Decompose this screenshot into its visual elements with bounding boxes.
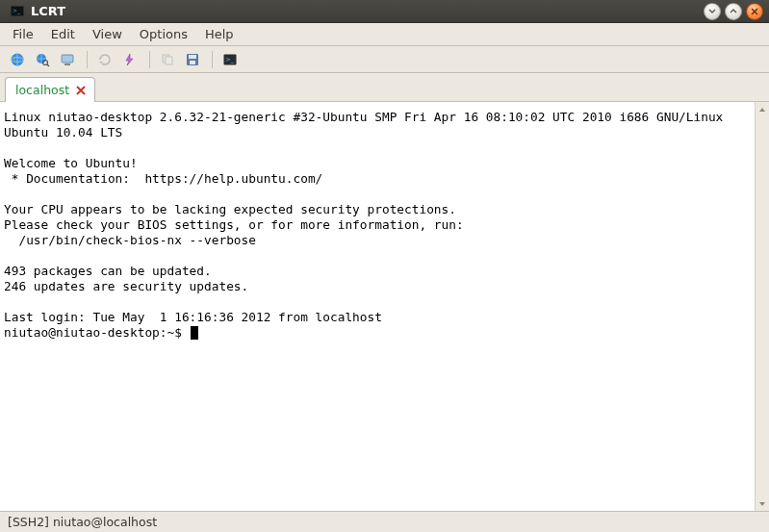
tab-bar: localhost — [0, 73, 769, 102]
scroll-track[interactable] — [756, 116, 769, 496]
svg-rect-8 — [64, 63, 70, 65]
svg-rect-7 — [62, 55, 73, 63]
copy-icon[interactable] — [156, 49, 179, 70]
close-button[interactable] — [746, 3, 763, 20]
computer-icon[interactable] — [56, 49, 79, 70]
menu-options[interactable]: Options — [131, 25, 196, 43]
toolbar-separator — [149, 51, 150, 68]
tab-label: localhost — [15, 83, 69, 97]
globe-icon[interactable] — [6, 49, 29, 70]
tab-close-icon[interactable] — [75, 85, 87, 96]
globe-search-icon[interactable] — [31, 49, 54, 70]
minimize-button[interactable] — [704, 3, 721, 20]
status-bar: [SSH2] niutao@localhost — [0, 511, 769, 532]
menu-edit[interactable]: Edit — [42, 25, 84, 43]
scroll-up-icon[interactable] — [756, 102, 769, 116]
window-title: LCRT — [31, 4, 704, 18]
terminal-icon[interactable]: >_ — [218, 49, 242, 70]
svg-rect-10 — [166, 57, 172, 64]
svg-rect-13 — [190, 61, 195, 64]
tab-localhost[interactable]: localhost — [5, 77, 95, 102]
cursor-icon — [191, 326, 198, 340]
terminal[interactable]: Linux niutao-desktop 2.6.32-21-generic #… — [0, 102, 755, 511]
reconnect-icon[interactable] — [93, 49, 116, 70]
disconnect-icon[interactable] — [118, 49, 141, 70]
title-bar: >_ LCRT — [0, 0, 769, 23]
toolbar-separator — [212, 51, 213, 68]
svg-text:>_: >_ — [13, 7, 21, 14]
maximize-button[interactable] — [725, 3, 742, 20]
menu-bar: File Edit View Options Help — [0, 23, 769, 46]
scroll-down-icon[interactable] — [756, 496, 769, 511]
menu-file[interactable]: File — [4, 25, 42, 43]
menu-view[interactable]: View — [84, 25, 131, 43]
app-icon: >_ — [10, 4, 25, 19]
terminal-output: Linux niutao-desktop 2.6.32-21-generic #… — [4, 110, 723, 324]
status-text: [SSH2] niutao@localhost — [8, 515, 157, 529]
toolbar-separator — [87, 51, 88, 68]
scrollbar[interactable] — [755, 102, 769, 511]
save-icon[interactable] — [181, 49, 204, 70]
toolbar: >_ — [0, 46, 769, 73]
svg-text:>_: >_ — [225, 56, 235, 63]
terminal-prompt: niutao@niutao-desktop:~$ — [4, 325, 190, 340]
svg-rect-12 — [189, 55, 196, 59]
menu-help[interactable]: Help — [196, 25, 243, 43]
terminal-wrap: Linux niutao-desktop 2.6.32-21-generic #… — [0, 102, 769, 511]
